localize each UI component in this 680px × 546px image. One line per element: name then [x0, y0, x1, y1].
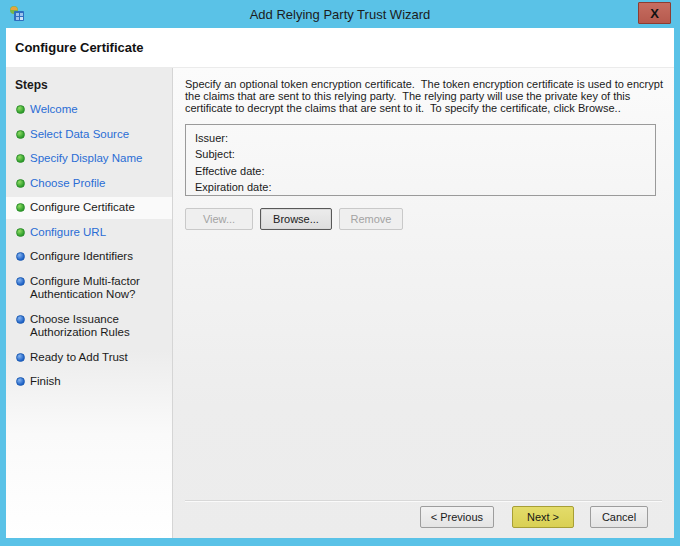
browse-button[interactable]: Browse... — [260, 208, 332, 230]
step-label: Specify Display Name — [30, 152, 142, 164]
sidebar-item-choose-profile[interactable]: Choose Profile — [6, 173, 172, 195]
step-label: Choose Profile — [30, 177, 105, 189]
step-label: Choose Issuance Authorization Rules — [30, 313, 130, 339]
step-pending-icon — [16, 277, 25, 286]
step-pending-icon — [16, 377, 25, 386]
steps-list: Welcome Select Data Source Specify Displ… — [6, 99, 172, 393]
titlebar: Add Relying Party Trust Wizard X — [0, 0, 680, 28]
page-header: Configure Certificate — [6, 28, 674, 68]
window-title: Add Relying Party Trust Wizard — [0, 7, 680, 22]
step-pending-icon — [16, 252, 25, 261]
step-label: Ready to Add Trust — [30, 351, 128, 363]
spacer — [185, 230, 668, 500]
page-title: Configure Certificate — [15, 40, 144, 55]
certificate-expiration-date-label: Expiration date: — [195, 179, 655, 196]
step-completed-icon — [16, 154, 25, 163]
step-label: Configure URL — [30, 226, 106, 238]
step-pending-icon — [16, 353, 25, 362]
content: Steps Welcome Select Data Source Specify… — [6, 68, 674, 538]
sidebar-item-configure-identifiers[interactable]: Configure Identifiers — [6, 246, 172, 268]
certificate-actions: View... Browse... Remove — [185, 208, 668, 230]
sidebar-item-specify-display-name[interactable]: Specify Display Name — [6, 148, 172, 170]
sidebar-item-configure-certificate[interactable]: Configure Certificate — [6, 197, 172, 219]
step-label: Select Data Source — [30, 128, 129, 140]
main-pane: Specify an optional token encryption cer… — [173, 68, 674, 538]
next-button[interactable]: Next > — [512, 506, 574, 528]
step-completed-icon — [16, 105, 25, 114]
sidebar-item-welcome[interactable]: Welcome — [6, 99, 172, 121]
sidebar-item-finish[interactable]: Finish — [6, 371, 172, 393]
sidebar-item-ready-to-add-trust[interactable]: Ready to Add Trust — [6, 347, 172, 369]
certificate-details-box: Issuer: Subject: Effective date: Expirat… — [185, 124, 656, 196]
step-completed-icon — [16, 203, 25, 212]
footer-buttons: < Previous Next > Cancel — [185, 502, 668, 538]
cancel-button[interactable]: Cancel — [590, 506, 648, 528]
step-completed-icon — [16, 179, 25, 188]
adfs-app-icon — [8, 5, 26, 23]
window-body: Configure Certificate Steps Welcome Sele… — [6, 28, 674, 538]
steps-header: Steps — [6, 76, 172, 99]
wizard-window: Add Relying Party Trust Wizard X Configu… — [0, 0, 680, 546]
step-completed-icon — [16, 130, 25, 139]
previous-button[interactable]: < Previous — [420, 506, 494, 528]
steps-sidebar: Steps Welcome Select Data Source Specify… — [6, 68, 173, 538]
step-label: Welcome — [30, 103, 78, 115]
step-label: Configure Identifiers — [30, 250, 133, 262]
sidebar-item-configure-multi-factor[interactable]: Configure Multi-factor Authentication No… — [6, 271, 172, 306]
step-description: Specify an optional token encryption cer… — [185, 78, 673, 115]
step-pending-icon — [16, 315, 25, 324]
certificate-subject-label: Subject: — [195, 146, 655, 163]
step-label: Configure Multi-factor Authentication No… — [30, 275, 140, 301]
view-button: View... — [185, 208, 253, 230]
sidebar-item-choose-issuance-rules[interactable]: Choose Issuance Authorization Rules — [6, 309, 172, 344]
certificate-issuer-label: Issuer: — [195, 130, 655, 147]
remove-button: Remove — [339, 208, 403, 230]
step-completed-icon — [16, 228, 25, 237]
sidebar-item-select-data-source[interactable]: Select Data Source — [6, 124, 172, 146]
sidebar-item-configure-url[interactable]: Configure URL — [6, 222, 172, 244]
step-label: Configure Certificate — [30, 201, 135, 213]
step-label: Finish — [30, 375, 61, 387]
close-button[interactable]: X — [638, 2, 671, 24]
certificate-effective-date-label: Effective date: — [195, 163, 655, 180]
